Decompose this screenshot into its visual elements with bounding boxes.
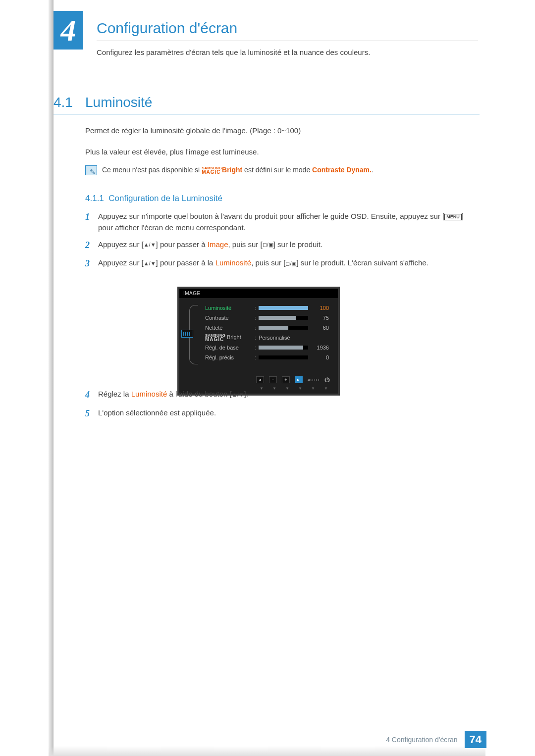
osd-row-regl-base: Régl. de base : 1936 [205, 343, 329, 353]
steps-list-top: 1 Appuyez sur n'importe quel bouton à l'… [85, 210, 480, 276]
samsung-magic-brand: SAMSUNGMAGIC [202, 166, 222, 174]
osd-body: Luminosité : 100 Contraste : 75 Netteté … [179, 298, 338, 374]
subsection-num: 4.1.1 [85, 194, 104, 203]
chapter-intro: Configurez les paramètres d'écran tels q… [97, 48, 370, 56]
step-1-num: 1 [85, 210, 92, 224]
osd-colon: : [255, 345, 259, 351]
steps-list-bottom: 4 Réglez la Luminosité à l'aide du bouto… [85, 388, 480, 426]
osd-value: 100 [312, 305, 329, 311]
source-enter-icon: ◻/▣ [285, 261, 296, 266]
osd-bar [259, 326, 308, 330]
s3c: , puis sur [ [251, 258, 285, 267]
osd-auto-label[interactable]: AUTO [308, 378, 320, 382]
osd-minus-button[interactable]: − [269, 376, 277, 383]
note-text: Ce menu n'est pas disponible si SAMSUNGM… [102, 165, 374, 175]
osd-value: 60 [312, 325, 329, 331]
note-bright: Bright [222, 166, 242, 174]
step-3: 3 Appuyez sur [▲/▼] pour passer à la Lum… [85, 257, 480, 271]
osd-bar-fill [259, 346, 303, 350]
s2-image: Image [208, 240, 228, 249]
osd-bar [259, 306, 308, 310]
step-3-text: Appuyez sur [▲/▼] pour passer à la Lumin… [98, 257, 428, 268]
step-4: 4 Réglez la Luminosité à l'aide du bouto… [85, 388, 480, 402]
s3d: ] sur le produit. L'écran suivant s'affi… [296, 258, 428, 267]
osd-label: Régl. précis [205, 354, 255, 360]
s3-lum: Luminosité [215, 258, 252, 267]
note-dot: . [372, 166, 374, 174]
osd-plus-button[interactable]: + [282, 376, 290, 383]
osd-value: 1936 [312, 345, 329, 351]
osd-row-magic-bright: SAMSUNGMAGIC Bright : Personnalisé [205, 333, 329, 343]
osd-brand-suf: Bright [225, 334, 241, 340]
step-4-text: Réglez la Luminosité à l'aide du bouton … [98, 388, 248, 400]
osd-brand-bottom: MAGIC [205, 337, 224, 342]
source-enter-icon: ◻/▣ [263, 242, 273, 248]
subsection-heading: 4.1.1 Configuration de la Luminosité [85, 194, 222, 203]
section-paragraph-2: Plus la valeur est élevée, plus l'image … [85, 148, 259, 156]
s3b: ] pour passer à la [156, 258, 215, 267]
osd-row-nettete: Netteté : 60 [205, 323, 329, 333]
osd-bar-fill [259, 326, 288, 330]
osd-panel: IMAGE Luminosité : 100 Contraste : 75 Ne… [177, 287, 340, 396]
osd-bar [259, 346, 308, 350]
s2c: , puis sur [ [228, 240, 263, 249]
osd-header: IMAGE [179, 289, 338, 298]
step-1: 1 Appuyez sur n'importe quel bouton à l'… [85, 210, 480, 234]
s1a: Appuyez sur n'importe quel bouton à l'av… [98, 212, 444, 220]
step-3-num: 3 [85, 257, 92, 271]
osd-category-icon [181, 330, 193, 338]
chapter-underline [97, 41, 478, 41]
chapter-number-badge: 4 [54, 11, 83, 50]
section-number: 4.1 [54, 95, 73, 110]
osd-back-button[interactable]: ◂ [256, 376, 264, 383]
up-down-arrows-icon: ▲/▼ [144, 242, 156, 248]
osd-value: 75 [312, 315, 329, 321]
osd-bar-fill [259, 316, 296, 320]
osd-bar [259, 316, 308, 320]
osd-colon: : [255, 325, 259, 331]
osd-colon: : [255, 335, 259, 341]
footer-page-number: 74 [465, 731, 486, 748]
s4-lum: Luminosité [131, 390, 167, 398]
step-1-text: Appuyez sur n'importe quel bouton à l'av… [98, 210, 480, 234]
step-5: 5 L'option sélectionnée est appliquée. [85, 407, 480, 421]
osd-label: Netteté [205, 325, 255, 331]
osd-bar-fill [259, 306, 308, 310]
section-underline [54, 114, 480, 114]
osd-colon: : [255, 305, 259, 311]
note-row: Ce menu n'est pas disponible si SAMSUNGM… [85, 165, 374, 175]
section-paragraph-1: Permet de régler la luminosité globale d… [85, 126, 301, 135]
s2b: ] pour passer à [156, 240, 208, 249]
osd-value: 0 [312, 354, 329, 360]
s4c: ]. [244, 390, 248, 398]
osd-label: Contraste [205, 315, 255, 321]
step-2: 2 Appuyez sur [▲/▼] pour passer à Image,… [85, 239, 480, 252]
s3a: Appuyez sur [ [98, 258, 144, 267]
page-footer: 4 Configuration d'écran 74 [386, 731, 486, 748]
osd-footer: ◂ − + ▸ AUTO ⏻ [179, 374, 338, 386]
note-contraste-dynam: Contraste Dynam. [312, 166, 372, 174]
note-icon [85, 165, 97, 175]
up-down-arrows-icon: ▲/▼ [144, 261, 156, 266]
osd-brand: SAMSUNGMAGIC [205, 334, 225, 342]
osd-enter-button[interactable]: ▸ [295, 376, 303, 383]
osd-power-icon[interactable]: ⏻ [324, 377, 330, 383]
step-5-num: 5 [85, 407, 92, 421]
step-2-text: Appuyez sur [▲/▼] pour passer à Image, p… [98, 239, 322, 250]
osd-colon: : [255, 315, 259, 321]
osd-row-luminosite: Luminosité : 100 [205, 303, 329, 313]
up-down-arrows-icon: ▲/▼ [232, 392, 244, 398]
section-title: Luminosité [85, 95, 152, 110]
osd-label: Luminosité [205, 305, 255, 311]
note-mid: est défini sur le mode [242, 166, 312, 174]
osd-row-regl-precis: Régl. précis : 0 [205, 353, 329, 362]
osd-text-value: Personnalisé [259, 335, 312, 341]
osd-row-contraste: Contraste : 75 [205, 313, 329, 323]
menu-button-glyph: MENU [444, 214, 462, 220]
osd-colon: : [255, 354, 259, 360]
subsection-title: Configuration de la Luminosité [108, 194, 222, 203]
note-pre: Ce menu n'est pas disponible si [102, 166, 202, 174]
osd-bar [259, 355, 308, 359]
footer-text: 4 Configuration d'écran [386, 736, 457, 744]
step-4-num: 4 [85, 388, 92, 402]
